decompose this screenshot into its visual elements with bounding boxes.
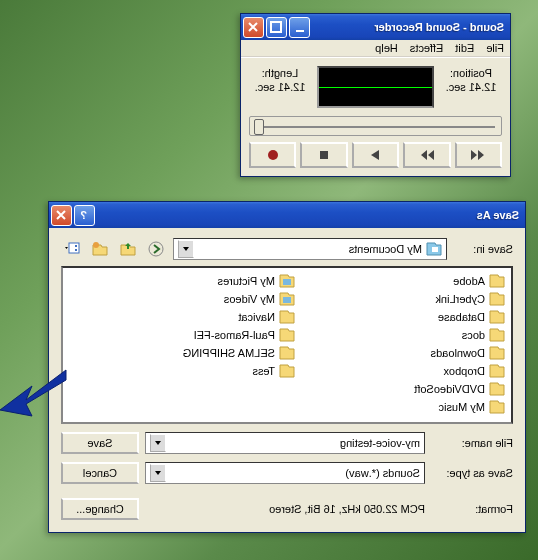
- close-button[interactable]: [51, 205, 72, 226]
- menu-help[interactable]: Help: [375, 42, 398, 54]
- maximize-icon: [271, 21, 283, 33]
- filename-value: my-voice-testing: [340, 437, 420, 449]
- folder-icon: [489, 346, 505, 360]
- menu-edit[interactable]: Edit: [455, 42, 474, 54]
- saveas-title: Save As: [95, 209, 519, 221]
- playback-slider[interactable]: [249, 116, 502, 136]
- help-icon: [79, 209, 91, 221]
- stop-button[interactable]: [300, 142, 347, 168]
- filename-input[interactable]: my-voice-testing: [145, 432, 425, 454]
- minimize-icon: [294, 21, 306, 33]
- savetype-value: Sounds (*.wav): [345, 467, 420, 479]
- save-in-value: My Documents: [349, 243, 422, 255]
- list-item[interactable]: docs: [315, 326, 505, 343]
- position-label: Position:: [440, 66, 502, 80]
- folder-icon: [279, 274, 295, 288]
- list-item[interactable]: My Music: [315, 398, 505, 415]
- list-item[interactable]: My Videos: [105, 290, 295, 307]
- play-button[interactable]: [352, 142, 399, 168]
- seek-end-button[interactable]: [403, 142, 450, 168]
- list-item[interactable]: SELMA SHIPPING: [105, 344, 295, 361]
- format-value: PCM 22.050 kHz, 16 Bit, Stereo: [145, 503, 425, 515]
- dropdown-arrow[interactable]: [150, 434, 166, 452]
- list-item[interactable]: Database: [315, 308, 505, 325]
- my-documents-icon: [426, 242, 442, 256]
- folder-icon: [279, 310, 295, 324]
- list-item[interactable]: Tess: [105, 362, 295, 379]
- list-item[interactable]: Downloads: [315, 344, 505, 361]
- up-one-level-button[interactable]: [117, 238, 139, 260]
- help-button[interactable]: [74, 205, 95, 226]
- back-button[interactable]: [145, 238, 167, 260]
- chevron-down-icon: [182, 245, 190, 253]
- slider-thumb[interactable]: [254, 119, 264, 135]
- folder-icon: [489, 364, 505, 378]
- folder-icon: [279, 292, 295, 306]
- length-value: 12.41 sec.: [249, 80, 311, 94]
- length-readout: Length: 12.41 sec.: [249, 66, 311, 108]
- maximize-button[interactable]: [266, 17, 287, 38]
- format-label: Format:: [431, 503, 513, 515]
- folder-icon: [279, 328, 295, 342]
- save-in-label: Save in:: [453, 243, 513, 255]
- cancel-button[interactable]: Cancel: [61, 462, 139, 484]
- close-icon: [248, 21, 260, 33]
- position-value: 12.41 sec.: [440, 80, 502, 94]
- list-item[interactable]: Adobe: [315, 272, 505, 289]
- folder-icon: [489, 400, 505, 414]
- seek-back-icon: [470, 149, 486, 161]
- filename-label: File name:: [431, 437, 513, 449]
- minimize-button[interactable]: [289, 17, 310, 38]
- folder-icon: [489, 328, 505, 342]
- up-folder-icon: [120, 241, 136, 257]
- saveas-titlebar[interactable]: Save As: [49, 202, 525, 228]
- views-button[interactable]: [61, 238, 83, 260]
- folder-icon: [489, 382, 505, 396]
- list-item[interactable]: DVDVideoSoft: [315, 380, 505, 397]
- stop-icon: [316, 149, 332, 161]
- change-button[interactable]: Change...: [61, 498, 139, 520]
- folder-icon: [489, 274, 505, 288]
- dropdown-arrow[interactable]: [178, 240, 194, 258]
- recorder-menubar: File Edit Effects Help: [241, 40, 510, 57]
- waveform-display: [317, 66, 434, 108]
- seek-forward-icon: [419, 149, 435, 161]
- sound-recorder-window: Sound - Sound Recorder File Edit Effects…: [240, 13, 511, 177]
- savetype-label: Save as type:: [431, 467, 513, 479]
- back-icon: [148, 241, 164, 257]
- recorder-titlebar[interactable]: Sound - Sound Recorder: [241, 14, 510, 40]
- save-button[interactable]: Save: [61, 432, 139, 454]
- folder-icon: [489, 310, 505, 324]
- dropdown-arrow[interactable]: [150, 464, 166, 482]
- list-item[interactable]: My Pictures: [105, 272, 295, 289]
- chevron-down-icon: [154, 469, 162, 477]
- new-folder-button[interactable]: [89, 238, 111, 260]
- play-icon: [367, 149, 383, 161]
- list-item[interactable]: Dropbox: [315, 362, 505, 379]
- views-icon: [64, 241, 80, 257]
- file-listing[interactable]: Adobe CyberLink Database docs Downloads …: [61, 266, 513, 424]
- chevron-down-icon: [154, 439, 162, 447]
- list-item[interactable]: CyberLink: [315, 290, 505, 307]
- record-icon: [268, 150, 278, 160]
- new-folder-icon: [92, 241, 108, 257]
- menu-effects[interactable]: Effects: [410, 42, 443, 54]
- seek-start-button[interactable]: [455, 142, 502, 168]
- position-readout: Position: 12.41 sec.: [440, 66, 502, 108]
- savetype-dropdown[interactable]: Sounds (*.wav): [145, 462, 425, 484]
- save-in-dropdown[interactable]: My Documents: [173, 238, 447, 260]
- folder-icon: [279, 346, 295, 360]
- recorder-title: Sound - Sound Recorder: [310, 21, 504, 33]
- close-icon: [56, 209, 68, 221]
- close-button[interactable]: [243, 17, 264, 38]
- list-item[interactable]: Paul-Ramos-FEI: [105, 326, 295, 343]
- folder-icon: [489, 292, 505, 306]
- save-as-dialog: Save As Save in: My Documents Adobe Cybe…: [48, 201, 526, 533]
- menu-file[interactable]: File: [486, 42, 504, 54]
- list-item[interactable]: Navicat: [105, 308, 295, 325]
- folder-icon: [279, 364, 295, 378]
- length-label: Length:: [249, 66, 311, 80]
- record-button[interactable]: [249, 142, 296, 168]
